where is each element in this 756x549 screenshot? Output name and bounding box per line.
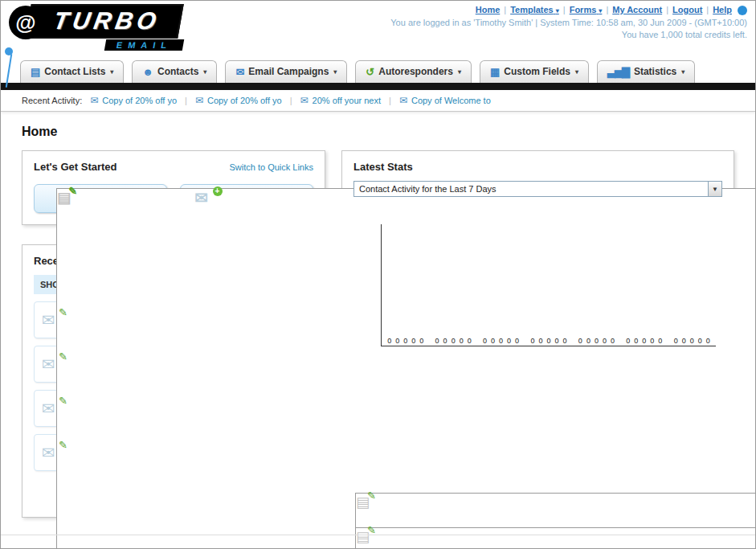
pencil-page-icon: ▤✎: [355, 531, 373, 545]
bar-value-label: 0: [491, 337, 495, 345]
live-help-icon[interactable]: [738, 6, 747, 15]
recent-activity-item[interactable]: ✉Copy of 20% off yo: [195, 95, 282, 106]
header-link-my-account[interactable]: My Account: [612, 5, 662, 14]
activity-separator: |: [290, 96, 292, 105]
bar-value-label: 0: [460, 337, 464, 345]
header-link-logout[interactable]: Logout: [672, 5, 702, 14]
bar-value-label: 0: [468, 337, 472, 345]
bar-value-label: 0: [690, 337, 694, 345]
envelope-pencil-icon: ✉✎: [42, 358, 63, 372]
pencil-page-icon: ▤✎: [56, 191, 74, 206]
recent-activity-item[interactable]: ✉Copy of Welcome to: [399, 95, 491, 106]
app-logo[interactable]: @ TURBO EMAIL: [9, 4, 218, 49]
link-separator: |: [563, 5, 566, 14]
header-link-forms[interactable]: Forms ▾: [570, 5, 603, 14]
bar-value-label: 0: [443, 337, 447, 345]
bar-group-sun: 00000: [477, 337, 525, 345]
bar-value-label: 0: [626, 337, 630, 345]
plus-badge-icon: +: [213, 186, 223, 196]
tab-statistics[interactable]: ▃▅▇Statistics▾: [597, 60, 695, 83]
contacts-icon: ☻: [142, 67, 153, 77]
logo-swirl-icon: @: [9, 6, 43, 39]
statistics-icon: ▃▅▇: [607, 67, 629, 77]
bar-group-tue: 00000: [382, 337, 429, 345]
get-started-panel: Let's Get Started Switch to Quick Links …: [22, 150, 325, 225]
latest-stats-title: Latest Stats: [353, 161, 722, 173]
bar-value-label: 0: [419, 337, 423, 345]
manage-lists-button[interactable]: ▤✎ manage lists: [34, 184, 167, 213]
header-links: Home|Templates ▾|Forms ▾|My Account|Logo…: [390, 5, 747, 15]
recent-activity-bar: Recent Activity: ✉Copy of 20% off yo|✉Co…: [1, 90, 755, 112]
bar-value-label: 0: [530, 337, 534, 345]
bar-value-label: 0: [507, 337, 511, 345]
stats-period-select[interactable]: Contact Activity for the Last 7 Days ▼: [353, 181, 722, 197]
bar-group-wed: 00000: [668, 337, 716, 345]
bar-value-label: 0: [611, 337, 615, 345]
switch-to-quick-links-link[interactable]: Switch to Quick Links: [229, 162, 313, 172]
tab-email-campaigns[interactable]: ✉Email Campaigns▾: [225, 60, 347, 83]
tab-custom-fields[interactable]: ▦Custom Fields▾: [480, 60, 589, 83]
bar-value-label: 0: [634, 337, 638, 345]
activity-separator: |: [185, 96, 187, 105]
chevron-down-icon: ▾: [575, 68, 578, 76]
activity-item-label: Copy of 20% off yo: [207, 96, 282, 105]
logo-title: TURBO: [25, 4, 183, 39]
header-link-templates[interactable]: Templates ▾: [510, 5, 559, 14]
main-content: Home Let's Get Started Switch to Quick L…: [1, 112, 755, 549]
bar-value-label: 0: [658, 337, 662, 345]
bar-value-label: 0: [603, 337, 607, 345]
recent-activity-item[interactable]: ✉Copy of 20% off yo: [90, 95, 177, 106]
tab-label: Statistics: [634, 66, 676, 77]
app-window: @ TURBO EMAIL Home|Templates ▾|Forms ▾|M…: [0, 0, 756, 549]
stats-period-value: Contact Activity for the Last 7 Days: [359, 184, 497, 194]
envelope-plus-icon: ✉+: [195, 191, 216, 206]
bar-value-label: 0: [586, 337, 590, 345]
tab-contacts[interactable]: ☻Contacts▾: [132, 60, 217, 83]
tab-contact-lists[interactable]: ▤Contact Lists▾: [20, 60, 124, 83]
contact-list-items: ▤✎Exhibition List- (0 Contacts)▤✎Newslet…: [353, 485, 722, 549]
recent-activity-item[interactable]: ✉20% off your next: [300, 95, 381, 106]
chart-zero-labels: 00000000000000000000000000000000000: [382, 337, 716, 345]
chevron-down-icon: ▾: [599, 7, 602, 14]
envelope-icon: ✉: [195, 188, 209, 207]
recent-activity-label: Recent Activity:: [22, 96, 82, 105]
credits-text: You have 1,000 total credits left.: [390, 30, 747, 39]
bar-value-label: 0: [395, 337, 399, 345]
email-campaigns-icon: ✉: [235, 67, 243, 77]
contact-activity-chart: 109876543210 000000000000000000000000000…: [362, 219, 716, 360]
bar-value-label: 0: [554, 337, 558, 345]
autoresponders-icon: ↺: [366, 67, 374, 77]
envelope-icon: ✉: [399, 95, 407, 106]
bar-value-label: 0: [515, 337, 519, 345]
envelope-icon: ✉: [90, 95, 98, 106]
chevron-down-icon: ▾: [681, 68, 684, 76]
bar-group-thu: 00000: [620, 337, 668, 345]
login-status-text: You are logged in as 'Timothy Smith' | S…: [390, 18, 747, 27]
tab-label: Contact Lists: [44, 66, 105, 77]
activity-item-label: Copy of Welcome to: [411, 96, 491, 105]
custom-fields-icon: ▦: [490, 67, 499, 77]
tab-label: Autoresponders: [378, 66, 453, 77]
header-link-home[interactable]: Home: [476, 5, 501, 14]
tab-autoresponders[interactable]: ↺Autoresponders▾: [355, 60, 472, 83]
envelope-pencil-icon: ✉✎: [42, 402, 63, 416]
activity-separator: |: [389, 96, 391, 105]
chevron-down-icon: ▾: [110, 68, 113, 76]
bar-value-label: 0: [387, 337, 391, 345]
bar-value-label: 0: [411, 337, 415, 345]
bar-value-label: 0: [483, 337, 487, 345]
activity-item-label: 20% off your next: [313, 96, 381, 105]
bar-value-label: 0: [706, 337, 710, 345]
contact-lists-icon: ▤: [31, 67, 39, 77]
main-nav: ▤Contact Lists▾☻Contacts▾✉Email Campaign…: [1, 54, 755, 83]
bar-value-label: 0: [499, 337, 503, 345]
bar-value-label: 0: [698, 337, 702, 345]
envelope-pencil-icon: ✉✎: [42, 313, 63, 328]
header-link-help[interactable]: Help: [713, 5, 732, 14]
envelope-icon: ✉: [195, 95, 203, 106]
chart-plot-area: 00000000000000000000000000000000000: [381, 224, 716, 346]
envelope-icon: ✉: [300, 95, 309, 106]
bar-value-label: 0: [546, 337, 550, 345]
get-started-title: Let's Get Started: [34, 161, 117, 173]
tab-label: Email Campaigns: [248, 66, 329, 77]
